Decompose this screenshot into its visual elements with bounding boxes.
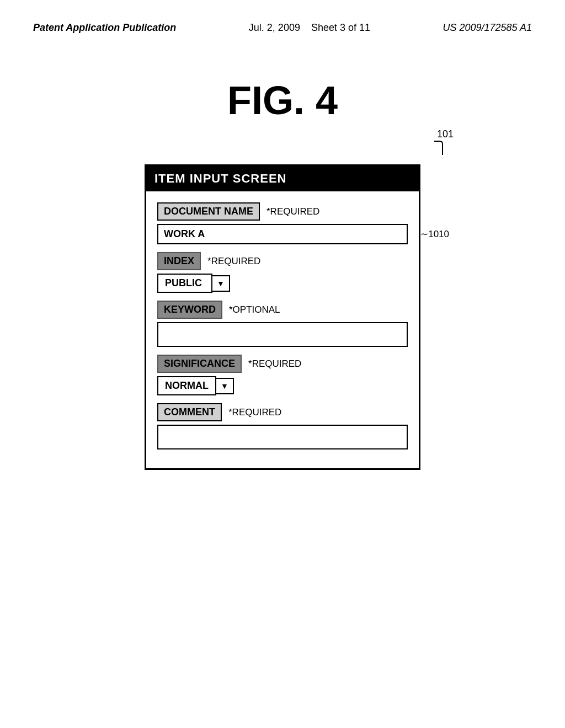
keyword-required: *OPTIONAL — [229, 304, 280, 315]
date-label: Jul. 2, 2009 — [249, 22, 300, 33]
comment-required: *REQUIRED — [228, 407, 281, 418]
figure-title: FIG. 4 — [0, 78, 565, 123]
window-body: DOCUMENT NAME *REQUIRED WORK A ∼1010 IND… — [146, 191, 419, 468]
significance-label-row: SIGNIFICANCE *REQUIRED — [157, 355, 408, 373]
keyword-label: KEYWORD — [157, 301, 222, 319]
index-label-row: INDEX *REQUIRED — [157, 252, 408, 270]
significance-required: *REQUIRED — [248, 358, 301, 370]
keyword-input[interactable] — [157, 322, 408, 347]
keyword-field-group: KEYWORD *OPTIONAL — [157, 301, 408, 347]
significance-field-group: SIGNIFICANCE *REQUIRED NORMAL ▼ — [157, 355, 408, 395]
significance-label: SIGNIFICANCE — [157, 355, 242, 373]
index-select-value[interactable]: PUBLIC — [157, 274, 212, 293]
significance-select-value[interactable]: NORMAL — [157, 376, 216, 395]
page-header: Patent Application Publication Jul. 2, 2… — [0, 0, 565, 45]
significance-select-row: NORMAL ▼ — [157, 376, 408, 395]
reference-101-bracket — [418, 138, 445, 158]
comment-input[interactable] — [157, 425, 408, 449]
document-name-input[interactable]: WORK A — [157, 224, 408, 244]
sheet-label: Sheet 3 of 11 — [311, 22, 370, 33]
window-titlebar: ITEM INPUT SCREEN — [146, 166, 419, 191]
index-required: *REQUIRED — [207, 256, 260, 267]
document-name-label: DOCUMENT NAME — [157, 202, 260, 221]
document-name-input-row: WORK A ∼1010 — [157, 224, 408, 244]
index-select-row: PUBLIC ▼ — [157, 274, 408, 293]
date-sheet-label: Jul. 2, 2009 Sheet 3 of 11 — [249, 22, 370, 34]
comment-label-row: COMMENT *REQUIRED — [157, 403, 408, 421]
reference-1010-label: ∼1010 — [420, 228, 449, 240]
index-select-arrow[interactable]: ▼ — [212, 275, 230, 292]
document-name-required: *REQUIRED — [266, 206, 319, 217]
diagram-container: 101 ITEM INPUT SCREEN DOCUMENT NAME *REQ… — [0, 145, 565, 470]
patent-number-label: US 2009/172585 A1 — [443, 22, 532, 34]
keyword-label-row: KEYWORD *OPTIONAL — [157, 301, 408, 319]
publication-label: Patent Application Publication — [33, 22, 176, 34]
document-name-value-container: WORK A — [157, 224, 408, 244]
index-label: INDEX — [157, 252, 201, 270]
item-input-screen: ITEM INPUT SCREEN DOCUMENT NAME *REQUIRE… — [145, 164, 420, 470]
document-name-field-group: DOCUMENT NAME *REQUIRED WORK A ∼1010 — [157, 202, 408, 244]
document-name-label-row: DOCUMENT NAME *REQUIRED — [157, 202, 408, 221]
index-field-group: INDEX *REQUIRED PUBLIC ▼ — [157, 252, 408, 293]
significance-select-arrow[interactable]: ▼ — [216, 378, 234, 394]
comment-field-group: COMMENT *REQUIRED — [157, 403, 408, 449]
comment-label: COMMENT — [157, 403, 222, 421]
